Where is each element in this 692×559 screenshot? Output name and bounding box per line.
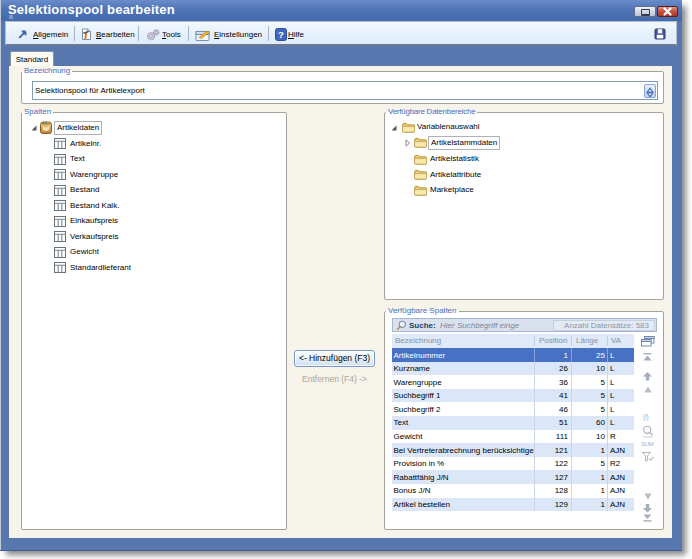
svg-text:?: ? [278,29,284,40]
